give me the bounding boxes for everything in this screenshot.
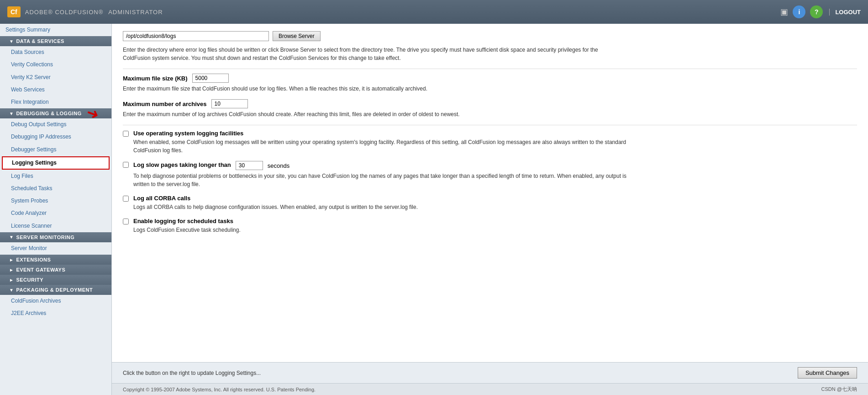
max-file-size-description: Enter the maximum file size that ColdFus…	[123, 85, 625, 93]
log-scheduled-tasks-description: Logs ColdFusion Executive task schedulin…	[133, 226, 241, 234]
sidebar-item-coldfusion-archives[interactable]: ColdFusion Archives	[0, 295, 111, 307]
sidebar-section-packaging-items: ColdFusion Archives J2EE Archives	[0, 295, 111, 320]
log-slow-pages-content: Log slow pages taking longer than second…	[133, 161, 636, 188]
content-area: Browse Server Enter the directory where …	[112, 24, 868, 395]
sidebar-section-event-gateways[interactable]: ► EVENT GATEWAYS	[0, 265, 111, 275]
info-button[interactable]: i	[793, 5, 805, 18]
section-arrow-server-monitoring: ▼	[9, 235, 14, 240]
log-scheduled-tasks-label: Enable logging for scheduled tasks	[133, 218, 241, 224]
seconds-label: seconds	[268, 162, 289, 169]
log-corba-row: Log all CORBA calls Logs all CORBA calls…	[123, 195, 857, 211]
log-directory-description: Enter the directory where error log file…	[123, 46, 625, 62]
section-arrow-event-gateways: ►	[9, 267, 14, 272]
sidebar-item-settings-summary[interactable]: Settings Summary	[0, 24, 111, 36]
sidebar-item-system-probes[interactable]: System Probes	[0, 195, 111, 207]
max-file-size-row: Maximum file size (KB)	[123, 74, 857, 83]
os-logging-checkbox[interactable]	[123, 131, 129, 137]
os-logging-description: When enabled, some ColdFusion log messag…	[133, 138, 636, 155]
log-corba-label: Log all CORBA calls	[133, 195, 418, 202]
log-slow-pages-checkbox[interactable]	[123, 162, 129, 168]
max-archives-label: Maximum number of archives	[123, 101, 207, 107]
sidebar-section-server-monitoring-items: Server Monitor	[0, 242, 111, 255]
header-actions: ▣ i ? LOGOUT	[780, 5, 861, 18]
log-slow-pages-row: Log slow pages taking longer than second…	[123, 161, 857, 188]
max-file-size-label: Maximum file size (KB)	[123, 75, 188, 82]
copyright-text: Copyright © 1995-2007 Adobe Systems, Inc…	[123, 387, 316, 392]
help-button[interactable]: ?	[810, 5, 823, 18]
sidebar-section-data-services-items: Data Sources Verity Collections Verity K…	[0, 46, 111, 108]
log-slow-pages-input[interactable]	[236, 161, 263, 170]
divider-1	[123, 69, 857, 69]
copyright-bar: Copyright © 1995-2007 Adobe Systems, Inc…	[112, 383, 868, 395]
max-archives-row: Maximum number of archives	[123, 99, 857, 108]
sidebar-section-debugging-items: Debug Output Settings Debugging IP Addre…	[0, 118, 111, 232]
sidebar-section-extensions[interactable]: ► EXTENSIONS	[0, 255, 111, 265]
sidebar-item-debugger-settings[interactable]: Debugger Settings	[0, 144, 111, 156]
section-arrow-packaging: ▼	[9, 288, 14, 293]
cf-badge: Cf	[7, 6, 21, 17]
submit-changes-button[interactable]: Submit Changes	[798, 367, 857, 379]
section-arrow-extensions: ►	[9, 257, 14, 262]
max-file-size-section: Maximum file size (KB) Enter the maximum…	[123, 74, 857, 93]
max-archives-section: Maximum number of archives Enter the max…	[123, 99, 857, 118]
sidebar-item-verity-collections[interactable]: Verity Collections	[0, 59, 111, 71]
log-corba-description: Logs all CORBA calls to help diagnose co…	[133, 203, 418, 211]
os-logging-row: Use operating system logging facilities …	[123, 130, 857, 155]
log-directory-row: Browse Server	[123, 31, 857, 41]
sidebar-item-scheduled-tasks[interactable]: Scheduled Tasks	[0, 182, 111, 195]
sidebar-item-data-sources[interactable]: Data Sources	[0, 46, 111, 59]
log-slow-pages-description: To help diagnose potential problems or b…	[133, 172, 636, 188]
main-container: Settings Summary ▼ DATA & SERVICES Data …	[0, 24, 868, 395]
sidebar: Settings Summary ▼ DATA & SERVICES Data …	[0, 24, 112, 395]
max-archives-description: Enter the maximum number of log archives…	[123, 110, 625, 118]
sidebar-item-web-services[interactable]: Web Services	[0, 84, 111, 96]
sidebar-section-security[interactable]: ► SECURITY	[0, 275, 111, 285]
sidebar-item-server-monitor[interactable]: Server Monitor	[0, 242, 111, 255]
content-footer: Click the button on the right to update …	[112, 362, 868, 383]
sidebar-section-debugging-logging[interactable]: ▼ DEBUGGING & LOGGING	[0, 108, 111, 118]
sidebar-section-server-monitoring[interactable]: ▼ SERVER MONITORING	[0, 232, 111, 242]
sidebar-section-packaging-deployment[interactable]: ▼ PACKAGING & DEPLOYMENT	[0, 285, 111, 295]
footer-text: Click the button on the right to update …	[123, 370, 261, 376]
section-arrow-data-services: ▼	[9, 39, 14, 44]
log-corba-content: Log all CORBA calls Logs all CORBA calls…	[133, 195, 418, 211]
sidebar-item-flex-integration[interactable]: Flex Integration	[0, 96, 111, 108]
copy-icon[interactable]: ▣	[780, 7, 788, 17]
content-inner: Browse Server Enter the directory where …	[112, 24, 868, 362]
log-corba-checkbox[interactable]	[123, 196, 129, 202]
log-scheduled-tasks-checkbox[interactable]	[123, 219, 129, 224]
divider-2	[123, 125, 857, 125]
sidebar-item-log-files[interactable]: Log Files	[0, 170, 111, 182]
sidebar-item-debug-output-settings[interactable]: Debug Output Settings	[0, 118, 111, 131]
os-logging-label: Use operating system logging facilities	[133, 130, 636, 137]
log-scheduled-tasks-row: Enable logging for scheduled tasks Logs …	[123, 218, 857, 234]
sidebar-item-verity-k2-server[interactable]: Verity K2 Server	[0, 71, 111, 84]
max-file-size-input[interactable]	[192, 74, 229, 83]
section-arrow-security: ►	[9, 278, 14, 283]
log-slow-pages-label-row: Log slow pages taking longer than second…	[133, 161, 636, 170]
os-logging-content: Use operating system logging facilities …	[133, 130, 636, 155]
sidebar-section-data-services[interactable]: ▼ DATA & SERVICES	[0, 36, 111, 46]
sidebar-item-code-analyzer[interactable]: Code Analyzer	[0, 207, 111, 219]
sidebar-item-j2ee-archives[interactable]: J2EE Archives	[0, 307, 111, 320]
sidebar-item-license-scanner[interactable]: License Scanner	[0, 220, 111, 232]
log-scheduled-tasks-content: Enable logging for scheduled tasks Logs …	[133, 218, 241, 234]
header-title: ADOBE® COLDFUSION® ADMINISTRATOR	[25, 8, 163, 16]
header: Cf ADOBE® COLDFUSION® ADMINISTRATOR ▣ i …	[0, 0, 868, 24]
log-slow-pages-label: Log slow pages taking longer than	[133, 161, 231, 168]
sidebar-item-debugging-ip-addresses[interactable]: Debugging IP Addresses	[0, 131, 111, 143]
sidebar-item-logging-settings[interactable]: Logging Settings	[2, 156, 110, 170]
logout-button[interactable]: LOGOUT	[829, 9, 861, 16]
logo: Cf ADOBE® COLDFUSION® ADMINISTRATOR	[7, 6, 163, 17]
max-archives-input[interactable]	[211, 99, 248, 108]
log-directory-input[interactable]	[123, 31, 269, 41]
browse-server-button[interactable]: Browse Server	[273, 31, 321, 41]
watermark-text: CSDN @七天呐	[821, 386, 857, 393]
section-arrow-debugging: ▼	[9, 111, 14, 116]
